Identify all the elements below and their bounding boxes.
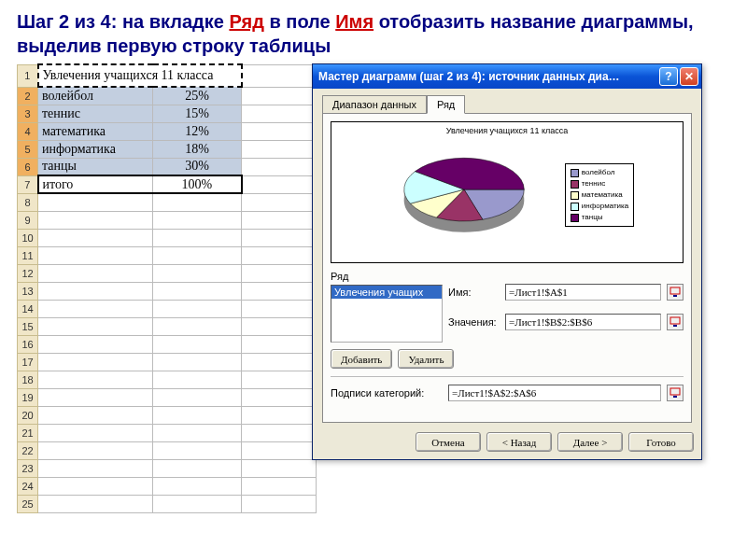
titlebar[interactable]: Мастер диаграмм (шаг 2 из 4): источник д… [313,64,701,89]
chart-title: Увлечения учащихся 11 класса [335,126,679,135]
cell[interactable]: 15% [153,105,242,122]
row-header[interactable]: 6 [18,158,38,175]
add-series-button[interactable]: Добавить [331,349,392,369]
values-input[interactable] [505,314,661,330]
dialog-title: Мастер диаграмм (шаг 2 из 4): источник д… [318,70,657,83]
cell-title[interactable]: Увлечения учащихся 11 класса [38,64,242,87]
keyword-field: Имя [335,11,374,32]
category-labels-label: Подписи категорий: [331,387,443,399]
collapse-dialog-icon[interactable] [667,314,684,330]
name-input[interactable] [505,284,661,301]
cell[interactable]: математика [38,122,153,140]
row-header[interactable]: 7 [18,175,38,193]
cell[interactable]: теннис [38,105,153,122]
row-header[interactable]: 1 [18,64,38,87]
cancel-button[interactable]: Отмена [416,432,481,452]
cell[interactable]: информатика [38,140,153,158]
instruction-text: Шаг 2 из 4: на вкладке Ряд в поле Имя от… [0,0,747,63]
svg-rect-3 [670,388,680,395]
values-label: Значения: [448,316,500,328]
back-button[interactable]: < Назад [486,432,552,452]
series-listbox[interactable]: Увлечения учащих [331,285,443,343]
cell[interactable]: 12% [153,122,242,140]
svg-rect-1 [670,287,680,294]
next-button[interactable]: Далее > [557,432,623,452]
keyword-tab: Ряд [229,11,263,32]
step-prefix: Шаг 2 из 4: [17,11,122,32]
collapse-dialog-icon[interactable] [667,284,684,301]
name-label: Имя: [448,287,500,298]
finish-button[interactable]: Готово [628,432,694,452]
chart-preview: Увлечения учащихся 11 класса [331,121,684,263]
spreadsheet: 1Увлечения учащихся 11 класса 2волейбол2… [17,63,317,513]
chart-wizard-dialog: Мастер диаграмм (шаг 2 из 4): источник д… [312,63,702,460]
pie-chart-icon [380,144,548,246]
remove-series-button[interactable]: Удалить [398,349,454,369]
svg-rect-2 [670,317,680,324]
close-button[interactable]: ✕ [680,67,698,86]
tab-series[interactable]: Ряд [427,95,465,114]
cell[interactable]: 25% [153,87,242,105]
cell[interactable]: 30% [153,158,242,175]
row-header[interactable]: 4 [18,122,38,140]
row-header[interactable]: 3 [18,105,38,122]
cell[interactable]: танцы [38,158,153,175]
cell[interactable]: 18% [153,140,242,158]
cell[interactable]: итого [38,175,153,193]
chart-legend: волейбол теннис математика информатика т… [565,163,634,227]
series-list-item[interactable]: Увлечения учащих [331,286,442,299]
category-labels-input[interactable] [448,385,661,401]
series-section-label: Ряд [331,271,684,282]
help-button[interactable]: ? [659,67,678,86]
collapse-dialog-icon[interactable] [667,385,684,401]
cell[interactable]: волейбол [38,87,153,105]
tab-data-range[interactable]: Диапазон данных [322,95,427,114]
row-header[interactable]: 2 [18,87,38,105]
cell[interactable]: 100% [153,175,242,193]
row-header[interactable]: 5 [18,140,38,158]
